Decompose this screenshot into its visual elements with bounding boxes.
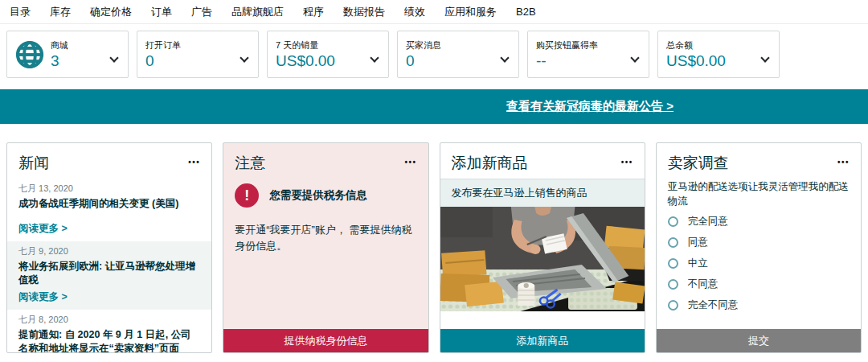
stat-value: US$0.00: [666, 53, 771, 70]
stat-label: 总余额: [666, 39, 771, 51]
stat-value: 3: [51, 53, 120, 70]
nav-item-performance[interactable]: 绩效: [404, 5, 425, 19]
stat-value: --: [536, 53, 641, 70]
nav-item-inventory[interactable]: 库存: [50, 5, 71, 19]
stat-value: US$0.00: [276, 53, 380, 70]
top-navigation: 目录 库存 确定价格 订单 广告 品牌旗舰店 程序 数据报告 绩效 应用和服务 …: [0, 0, 868, 24]
covid-announcement-link[interactable]: 查看有关新冠病毒的最新公告 >: [506, 99, 674, 114]
stat-label: 买家消息: [406, 39, 510, 51]
survey-option-disagree[interactable]: 不同意: [657, 278, 861, 291]
news-card: 新闻 ••• 七月 13, 2020 成功备战旺季期间的相关变更 (美国) 阅读…: [6, 142, 212, 353]
radio-button-icon[interactable]: [668, 258, 678, 269]
news-date: 七月 9, 2020: [18, 245, 200, 257]
survey-option-strongly-disagree[interactable]: 完全不同意: [657, 298, 861, 312]
option-label: 完全同意: [688, 215, 728, 228]
nav-item-apps-services[interactable]: 应用和服务: [444, 5, 497, 19]
ellipsis-menu-icon[interactable]: •••: [404, 158, 416, 167]
globe-icon: [15, 40, 44, 69]
attention-card: 注意 ••• ! 您需要提供税务信息 要开通“我要开店”账户， 需要提供纳税身份…: [223, 142, 428, 353]
nav-item-reports[interactable]: 数据报告: [343, 5, 385, 19]
stat-buyer-messages-dropdown[interactable]: 买家消息 0: [397, 31, 519, 78]
nav-item-advertising[interactable]: 广告: [191, 5, 212, 19]
news-item: 七月 9, 2020 将业务拓展到欧洲: 让亚马逊帮您处理增值税 阅读更多 >: [7, 241, 211, 310]
add-product-card-title: 添加新商品: [452, 153, 528, 174]
survey-option-neutral[interactable]: 中立: [657, 257, 861, 270]
provide-tax-info-button[interactable]: 提供纳税身份信息: [223, 329, 428, 352]
nav-item-pricing[interactable]: 确定价格: [90, 5, 132, 19]
stat-open-orders-dropdown[interactable]: 打开订单 0: [137, 31, 259, 78]
dashboard-cards: 新闻 ••• 七月 13, 2020 成功备战旺季期间的相关变更 (美国) 阅读…: [0, 142, 868, 353]
news-item: 七月 13, 2020 成功备战旺季期间的相关变更 (美国) 阅读更多 >: [7, 179, 211, 241]
seller-survey-card: 卖家调查 ••• 亚马逊的配送选项让我灵活管理我的配送物流 完全同意 同意 中立…: [656, 142, 862, 353]
radio-button-icon[interactable]: [668, 279, 678, 290]
radio-button-icon[interactable]: [668, 216, 678, 227]
alert-heading: 您需要提供税务信息: [269, 188, 367, 203]
add-product-subtitle: 发布要在亚马逊上销售的商品: [440, 179, 645, 207]
alert-exclamation-icon: !: [235, 183, 259, 208]
nav-item-orders[interactable]: 订单: [151, 5, 172, 19]
stat-buybox-winrate-dropdown[interactable]: 购买按钮赢得率 --: [527, 31, 649, 78]
stat-label: 打开订单: [145, 39, 250, 51]
read-more-link[interactable]: 阅读更多 >: [18, 290, 68, 304]
nav-item-catalog[interactable]: 目录: [10, 5, 31, 19]
alert-body-text: 要开通“我要开店”账户， 需要提供纳税身份信息。: [223, 208, 428, 253]
nav-item-b2b[interactable]: B2B: [516, 6, 536, 18]
stat-label: 购买按钮赢得率: [536, 39, 641, 51]
radio-button-icon[interactable]: [668, 237, 678, 248]
news-card-title: 新闻: [18, 153, 49, 174]
survey-option-strongly-agree[interactable]: 完全同意: [657, 215, 861, 228]
ellipsis-menu-icon[interactable]: •••: [188, 158, 200, 167]
read-more-link[interactable]: 阅读更多 >: [18, 222, 68, 236]
stat-label: 商城: [51, 39, 120, 51]
stat-marketplaces-dropdown[interactable]: 商城 3: [6, 31, 129, 78]
option-label: 完全不同意: [688, 298, 739, 312]
option-label: 中立: [688, 257, 708, 270]
survey-option-agree[interactable]: 同意: [657, 236, 861, 249]
news-date: 七月 13, 2020: [18, 183, 200, 195]
attention-card-title: 注意: [235, 153, 265, 174]
add-product-button[interactable]: 添加新商品: [440, 329, 645, 352]
submit-button[interactable]: 提交: [657, 329, 861, 352]
add-product-card: 添加新商品 ••• 发布要在亚马逊上销售的商品: [440, 142, 645, 353]
survey-question: 亚马逊的配送选项让我灵活管理我的配送物流: [657, 179, 861, 215]
option-label: 不同意: [688, 278, 719, 291]
news-headline: 提前通知: 自 2020 年 9 月 1 日起, 公司名称和地址将显示在“卖家资…: [18, 328, 200, 353]
radio-button-icon[interactable]: [668, 300, 678, 311]
packing-boxes-photo: [440, 207, 645, 311]
nav-item-programs[interactable]: 程序: [303, 5, 324, 19]
stat-value: 0: [145, 53, 250, 70]
ellipsis-menu-icon[interactable]: •••: [621, 158, 633, 167]
stat-total-balance-dropdown[interactable]: 总余额 US$0.00: [657, 31, 780, 78]
news-item: 七月 8, 2020 提前通知: 自 2020 年 9 月 1 日起, 公司名称…: [7, 310, 211, 353]
stat-value: 0: [406, 53, 510, 70]
stats-bar: 商城 3 打开订单 0 7 天的销量 US$0.00 买家消息 0 购买按钮赢得…: [0, 24, 868, 78]
news-headline: 将业务拓展到欧洲: 让亚马逊帮您处理增值税: [18, 260, 200, 287]
ellipsis-menu-icon[interactable]: •••: [837, 158, 850, 167]
stat-label: 7 天的销量: [276, 39, 380, 51]
news-date: 七月 8, 2020: [18, 314, 200, 326]
covid-announcement-banner: 查看有关新冠病毒的最新公告 >: [0, 89, 868, 124]
stat-7day-sales-dropdown[interactable]: 7 天的销量 US$0.00: [267, 31, 389, 78]
news-headline: 成功备战旺季期间的相关变更 (美国): [18, 197, 200, 211]
nav-item-stores[interactable]: 品牌旗舰店: [231, 5, 284, 19]
option-label: 同意: [688, 236, 708, 249]
survey-card-title: 卖家调查: [668, 153, 729, 174]
